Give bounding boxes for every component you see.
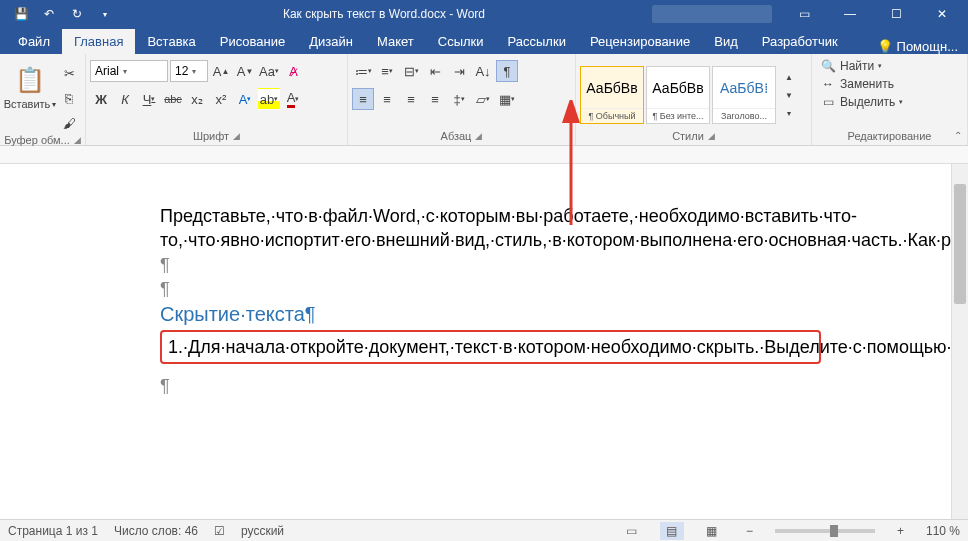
sort-icon[interactable]: A↓ [472, 60, 494, 82]
zoom-slider[interactable] [775, 529, 875, 533]
minimize-icon[interactable]: — [828, 0, 872, 28]
style-no-spacing[interactable]: АаБбВв ¶ Без инте... [646, 66, 710, 124]
vertical-scrollbar[interactable] [951, 164, 968, 519]
account-area[interactable] [652, 5, 772, 23]
underline-button[interactable]: Ч▾ [138, 88, 160, 110]
close-icon[interactable]: ✕ [920, 0, 964, 28]
tab-developer[interactable]: Разработчик [750, 29, 850, 54]
italic-button[interactable]: К [114, 88, 136, 110]
page[interactable]: Представьте,·что·в·файл·Word,·с·которым·… [20, 164, 941, 419]
line-spacing-icon[interactable]: ‡▾ [448, 88, 470, 110]
tab-file[interactable]: Файл [6, 29, 62, 54]
text-effects-icon[interactable]: A▾ [234, 88, 256, 110]
heading-2[interactable]: Скрытие·текста¶ [160, 301, 821, 328]
select-button[interactable]: ▭Выделить▾ [816, 94, 907, 110]
bold-button[interactable]: Ж [90, 88, 112, 110]
change-case-label: Aa [259, 64, 275, 79]
zoom-out-button[interactable]: − [740, 524, 759, 538]
tab-review[interactable]: Рецензирование [578, 29, 702, 54]
undo-icon[interactable]: ↶ [38, 3, 60, 25]
blank-paragraph[interactable]: ¶ [160, 253, 821, 277]
format-painter-icon[interactable]: 🖌 [58, 112, 80, 134]
paste-button[interactable]: 📋 Вставить▾ [4, 60, 56, 110]
qat-customize-icon[interactable]: ▾ [94, 3, 116, 25]
style-heading1[interactable]: АаБбВ⁞ Заголово... [712, 66, 776, 124]
replace-button[interactable]: ↔Заменить [816, 76, 898, 92]
styles-group-label: Стили [672, 130, 704, 142]
multilevel-list-icon[interactable]: ⊟▾ [400, 60, 422, 82]
borders-icon[interactable]: ▦▾ [496, 88, 518, 110]
styles-scroll-down-icon[interactable]: ▼ [778, 86, 800, 104]
cut-icon[interactable]: ✂ [58, 62, 80, 84]
view-web-layout-icon[interactable]: ▦ [700, 522, 724, 540]
status-page[interactable]: Страница 1 из 1 [8, 524, 98, 538]
font-name-combo[interactable]: Arial▾ [90, 60, 168, 82]
styles-launcher-icon[interactable]: ◢ [708, 131, 715, 141]
zoom-level[interactable]: 110 % [926, 524, 960, 538]
scrollbar-thumb[interactable] [954, 184, 966, 304]
font-launcher-icon[interactable]: ◢ [233, 131, 240, 141]
shading-icon[interactable]: ▱▾ [472, 88, 494, 110]
grow-font-icon[interactable]: A▲ [210, 60, 232, 82]
select-icon: ▭ [820, 95, 836, 109]
paragraph-body[interactable]: 1.·Для·начала·откройте·документ,·текст·в… [168, 335, 813, 359]
view-read-mode-icon[interactable]: ▭ [620, 522, 644, 540]
document-area[interactable]: Представьте,·что·в·файл·Word,·с·которым·… [0, 164, 951, 519]
tab-design[interactable]: Дизайн [297, 29, 365, 54]
align-right-icon[interactable]: ≡ [400, 88, 422, 110]
font-size-combo[interactable]: 12▾ [170, 60, 208, 82]
show-hide-pilcrow-button[interactable]: ¶ [496, 60, 518, 82]
status-language[interactable]: русский [241, 524, 284, 538]
align-left-icon[interactable]: ≡ [352, 88, 374, 110]
find-button[interactable]: 🔍Найти▾ [816, 58, 886, 74]
chevron-down-icon[interactable]: ▾ [192, 67, 196, 76]
collapse-ribbon-icon[interactable]: ⌃ [952, 128, 964, 143]
strikethrough-button[interactable]: abc [162, 88, 184, 110]
redo-icon[interactable]: ↻ [66, 3, 88, 25]
window-title: Как скрыть текст в Word.docx - Word [116, 7, 652, 21]
bullets-icon[interactable]: ≔▾ [352, 60, 374, 82]
styles-scroll-up-icon[interactable]: ▲ [778, 68, 800, 86]
tell-me[interactable]: 💡 Помощн... [867, 39, 968, 54]
highlight-icon[interactable]: ab▾ [258, 88, 280, 110]
tab-draw[interactable]: Рисование [208, 29, 297, 54]
paragraph-body[interactable]: Представьте,·что·в·файл·Word,·с·которым·… [160, 204, 821, 253]
decrease-indent-icon[interactable]: ⇤ [424, 60, 446, 82]
subscript-icon[interactable]: x₂ [186, 88, 208, 110]
numbering-icon[interactable]: ≡▾ [376, 60, 398, 82]
horizontal-ruler[interactable] [0, 146, 968, 164]
tab-insert[interactable]: Вставка [135, 29, 207, 54]
view-print-layout-icon[interactable]: ▤ [660, 522, 684, 540]
style-name: ¶ Обычный [581, 108, 643, 123]
justify-icon[interactable]: ≡ [424, 88, 446, 110]
increase-indent-icon[interactable]: ⇥ [448, 60, 470, 82]
styles-more-icon[interactable]: ▾ [778, 104, 800, 122]
save-icon[interactable]: 💾 [10, 3, 32, 25]
shrink-font-icon[interactable]: A▼ [234, 60, 256, 82]
status-word-count[interactable]: Число слов: 46 [114, 524, 198, 538]
blank-paragraph[interactable]: ¶ [160, 374, 821, 398]
font-color-icon[interactable]: A▾ [282, 88, 304, 110]
align-center-icon[interactable]: ≡ [376, 88, 398, 110]
clipboard-launcher-icon[interactable]: ◢ [74, 135, 81, 145]
change-case-button[interactable]: Aa▾ [258, 60, 280, 82]
paragraph-launcher-icon[interactable]: ◢ [475, 131, 482, 141]
zoom-in-button[interactable]: + [891, 524, 910, 538]
zoom-slider-thumb[interactable] [830, 525, 838, 537]
tab-references[interactable]: Ссылки [426, 29, 496, 54]
copy-icon[interactable]: ⎘ [58, 87, 80, 109]
status-spellcheck-icon[interactable]: ☑ [214, 524, 225, 538]
tab-home[interactable]: Главная [62, 29, 135, 54]
chevron-down-icon[interactable]: ▾ [123, 67, 127, 76]
maximize-icon[interactable]: ☐ [874, 0, 918, 28]
tab-layout[interactable]: Макет [365, 29, 426, 54]
blank-paragraph[interactable]: ¶ [160, 277, 821, 301]
clear-formatting-icon[interactable]: A̷ [282, 60, 304, 82]
superscript-icon[interactable]: x² [210, 88, 232, 110]
font-group-label: Шрифт [193, 130, 229, 142]
style-name: ¶ Без инте... [647, 108, 709, 123]
style-normal[interactable]: АаБбВв ¶ Обычный [580, 66, 644, 124]
ribbon-options-icon[interactable]: ▭ [782, 0, 826, 28]
tab-view[interactable]: Вид [702, 29, 750, 54]
tab-mailings[interactable]: Рассылки [496, 29, 578, 54]
